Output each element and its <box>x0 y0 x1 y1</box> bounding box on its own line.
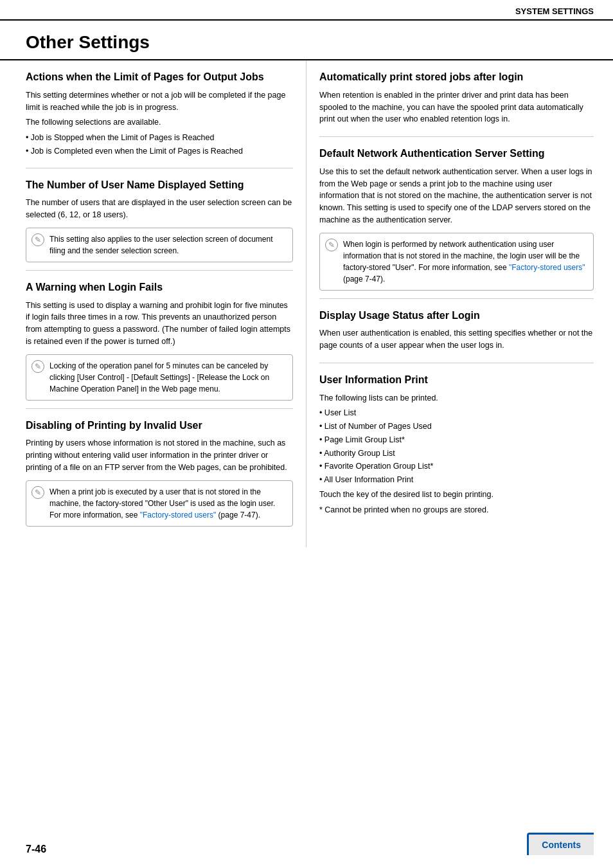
user-name-para1: The number of users that are displayed i… <box>26 197 293 221</box>
section-title-warning: A Warning when Login Fails <box>26 281 293 294</box>
actions-limit-para1: This setting determines whether or not a… <box>26 89 293 114</box>
user-info-footer: Touch the key of the desired list to beg… <box>319 489 594 501</box>
section-user-info-print: User Information Print The following lis… <box>319 363 594 527</box>
section-title-network: Default Network Authentication Server Se… <box>319 147 594 161</box>
footer: 7-46 Contents <box>0 833 613 855</box>
section-body-user-name: The number of users that are displayed i… <box>26 197 293 262</box>
warning-para1: This setting is used to display a warnin… <box>26 300 293 348</box>
section-title-disabling: Disabling of Printing by Invalid User <box>26 419 293 433</box>
user-info-para1: The following lists can be printed. <box>319 392 594 404</box>
note-box-warning: ✎ Locking of the operation panel for 5 m… <box>26 354 293 401</box>
section-title-actions-limit: Actions when the Limit of Pages for Outp… <box>26 71 293 84</box>
section-body-disabling: Printing by users whose information is n… <box>26 437 293 526</box>
user-info-list: User List List of Number of Pages Used P… <box>319 407 594 486</box>
section-auto-print: Automatically print stored jobs after lo… <box>319 60 594 137</box>
section-display-usage: Display Usage Status after Login When us… <box>319 299 594 363</box>
network-para1: Use this to set the default network auth… <box>319 166 594 226</box>
section-user-name-display: The Number of User Name Displayed Settin… <box>26 168 293 271</box>
section-body-auto-print: When retention is enabled in the printer… <box>319 89 594 125</box>
section-warning-login: A Warning when Login Fails This setting … <box>26 271 293 409</box>
section-title-user-info: User Information Print <box>319 374 594 387</box>
user-info-footnote: * Cannot be printed when no groups are s… <box>319 504 594 516</box>
section-title-usage: Display Usage Status after Login <box>319 309 594 323</box>
list-item: List of Number of Pages Used <box>319 420 594 433</box>
list-item: User List <box>319 407 594 419</box>
list-item: Authority Group List <box>319 448 594 460</box>
section-default-network: Default Network Authentication Server Se… <box>319 137 594 299</box>
section-body-actions-limit: This setting determines whether or not a… <box>26 89 293 158</box>
list-item: Favorite Operation Group List* <box>319 460 594 473</box>
list-item: Job is Stopped when the Limit of Pages i… <box>26 132 293 144</box>
content-area: Actions when the Limit of Pages for Outp… <box>0 60 613 547</box>
auto-print-para1: When retention is enabled in the printer… <box>319 89 594 125</box>
note-text: Locking of the operation panel for 5 min… <box>49 361 269 393</box>
note-icon: ✎ <box>31 360 44 373</box>
system-settings-header: SYSTEM SETTINGS <box>0 0 613 21</box>
factory-stored-link-right[interactable]: "Factory-stored users" <box>509 263 585 272</box>
list-item: Job is Completed even when the Limit of … <box>26 145 293 158</box>
usage-para1: When user authentication is enabled, thi… <box>319 327 594 352</box>
section-body-network: Use this to set the default network auth… <box>319 166 594 291</box>
note-box-disabling: ✎ When a print job is executed by a user… <box>26 480 293 527</box>
contents-button[interactable]: Contents <box>527 833 594 855</box>
section-title-auto-print: Automatically print stored jobs after lo… <box>319 71 594 84</box>
list-item: All User Information Print <box>319 474 594 486</box>
page-title: Other Settings <box>0 21 613 60</box>
note-text-after: (page 7-47). <box>343 275 385 284</box>
page-number: 7-46 <box>26 844 46 855</box>
section-title-user-name: The Number of User Name Displayed Settin… <box>26 179 293 192</box>
note-text: This setting also applies to the user se… <box>49 235 273 255</box>
section-actions-limit: Actions when the Limit of Pages for Outp… <box>26 60 293 168</box>
right-column: Automatically print stored jobs after lo… <box>306 60 613 547</box>
section-body-warning: This setting is used to display a warnin… <box>26 300 293 401</box>
section-body-usage: When user authentication is enabled, thi… <box>319 327 594 352</box>
disabling-para1: Printing by users whose information is n… <box>26 437 293 473</box>
note-box-network: ✎ When login is performed by network aut… <box>319 233 594 291</box>
left-column: Actions when the Limit of Pages for Outp… <box>0 60 306 547</box>
section-disabling-printing: Disabling of Printing by Invalid User Pr… <box>26 409 293 534</box>
section-body-user-info: The following lists can be printed. User… <box>319 392 594 516</box>
note-icon: ✎ <box>31 233 44 246</box>
note-icon: ✎ <box>31 486 44 499</box>
actions-limit-list: Job is Stopped when the Limit of Pages i… <box>26 132 293 158</box>
header-title: SYSTEM SETTINGS <box>515 6 594 16</box>
factory-stored-link[interactable]: "Factory-stored users" <box>140 511 217 520</box>
actions-limit-para2: The following selections are available. <box>26 116 293 129</box>
note-text-after: (page 7-47). <box>216 511 260 520</box>
note-icon: ✎ <box>325 239 338 251</box>
note-box-user-name: ✎ This setting also applies to the user … <box>26 228 293 262</box>
page: SYSTEM SETTINGS Other Settings Actions w… <box>0 0 613 868</box>
list-item: Page Limit Group List* <box>319 434 594 446</box>
